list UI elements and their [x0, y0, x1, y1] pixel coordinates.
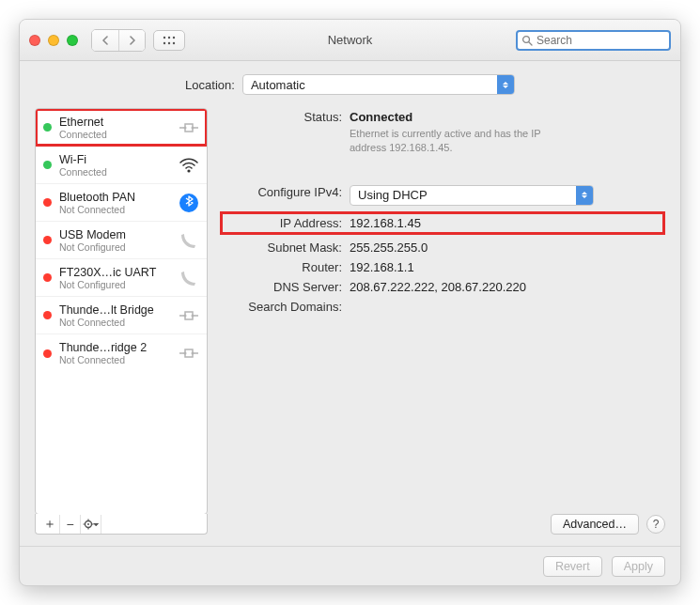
advanced-button[interactable]: Advanced…	[551, 514, 639, 535]
svg-point-8	[184, 126, 187, 129]
search-input[interactable]	[533, 34, 677, 47]
connection-list: Ethernet Connected Wi-Fi Connected	[35, 108, 208, 515]
svg-point-2	[173, 36, 175, 38]
svg-point-14	[184, 352, 187, 355]
bottom-bar: Revert Apply	[20, 546, 680, 585]
sidebar: Ethernet Connected Wi-Fi Connected	[35, 108, 208, 535]
apply-button[interactable]: Apply	[612, 556, 665, 577]
status-label: Status:	[223, 110, 350, 124]
status-dot-icon	[43, 311, 52, 319]
sidebar-item-label: Bluetooth PAN	[59, 191, 177, 204]
bluetooth-icon	[177, 191, 201, 215]
remove-service-button[interactable]: −	[60, 515, 81, 534]
svg-point-9	[192, 126, 194, 129]
wifi-icon	[177, 153, 201, 178]
phone-icon	[177, 266, 201, 290]
back-button[interactable]	[92, 30, 118, 51]
configure-ipv4-value: Using DHCP	[358, 188, 428, 202]
svg-point-0	[163, 36, 165, 38]
status-dot-icon	[43, 236, 52, 244]
sidebar-item-thunderbolt-bridge[interactable]: Thunde…lt Bridge Not Connected	[36, 297, 207, 334]
svg-point-6	[523, 36, 530, 42]
minimize-button[interactable]	[48, 35, 59, 46]
detail-pane: Status: Connected Ethernet is currently …	[223, 108, 665, 535]
search-field[interactable]	[516, 30, 671, 51]
search-domains-label: Search Domains:	[223, 300, 350, 314]
ip-address-label: IP Address:	[223, 216, 350, 230]
phone-icon	[177, 228, 201, 253]
window-controls	[29, 35, 78, 46]
ip-address-value: 192.168.1.45	[350, 216, 421, 230]
router-value: 192.168.1.1	[350, 260, 665, 274]
status-dot-icon	[43, 123, 52, 132]
location-value: Automatic	[251, 78, 305, 92]
sidebar-item-label: Thunde…lt Bridge	[59, 303, 177, 317]
sidebar-footer: ＋ −	[35, 514, 208, 535]
action-menu-button[interactable]	[81, 515, 101, 534]
sidebar-item-thunderbolt-bridge-2[interactable]: Thunde…ridge 2 Not Connected	[36, 334, 207, 372]
help-button[interactable]: ?	[646, 515, 665, 534]
revert-button[interactable]: Revert	[543, 556, 602, 577]
dns-server-label: DNS Server:	[223, 280, 350, 294]
sidebar-item-ft230x-uart[interactable]: FT230X…ic UART Not Configured	[36, 259, 207, 297]
configure-ipv4-label: Configure IPv4:	[223, 185, 350, 199]
gear-icon	[83, 519, 100, 530]
sidebar-item-status: Connected	[59, 166, 177, 178]
svg-point-3	[163, 41, 165, 43]
sidebar-item-status: Not Configured	[59, 241, 177, 253]
highlight-box: IP Address: 192.168.1.45	[220, 211, 665, 235]
dns-server-value: 208.67.222.222, 208.67.220.220	[350, 280, 665, 294]
svg-point-13	[192, 314, 194, 317]
chevron-updown-icon	[497, 75, 514, 94]
svg-point-12	[184, 314, 187, 317]
sidebar-item-bluetooth-pan[interactable]: Bluetooth PAN Not Connected	[36, 184, 207, 222]
show-all-button[interactable]	[153, 30, 185, 51]
ethernet-icon	[177, 116, 201, 140]
search-icon	[521, 35, 533, 46]
ethernet-icon	[177, 303, 201, 328]
close-button[interactable]	[29, 35, 40, 46]
location-label: Location:	[185, 78, 235, 92]
forward-button[interactable]	[118, 30, 145, 51]
svg-point-5	[173, 41, 175, 43]
configure-ipv4-select[interactable]: Using DHCP	[350, 185, 594, 206]
sidebar-item-label: Thunde…ridge 2	[59, 341, 177, 354]
status-description: Ethernet is currently active and has the…	[350, 127, 575, 155]
sidebar-item-usb-modem[interactable]: USB Modem Not Configured	[36, 222, 207, 259]
sidebar-item-status: Connected	[59, 129, 177, 140]
svg-point-15	[192, 352, 194, 355]
status-value: Connected	[350, 110, 665, 124]
sidebar-item-status: Not Connected	[59, 317, 177, 328]
svg-point-4	[168, 41, 170, 43]
nav-buttons	[91, 29, 146, 52]
network-preferences-window: Network Location: Automatic Ethernet Con…	[19, 19, 681, 586]
titlebar: Network	[20, 20, 680, 61]
svg-point-1	[168, 36, 170, 38]
location-row: Location: Automatic	[20, 61, 680, 108]
ethernet-icon	[177, 341, 201, 365]
zoom-button[interactable]	[67, 35, 78, 46]
sidebar-item-status: Not Configured	[59, 279, 177, 290]
status-dot-icon	[43, 349, 52, 358]
chevron-updown-icon	[576, 186, 593, 205]
svg-point-17	[87, 523, 89, 525]
content-area: Ethernet Connected Wi-Fi Connected	[20, 108, 680, 546]
sidebar-item-label: Ethernet	[59, 116, 177, 129]
sidebar-item-status: Not Connected	[59, 354, 177, 365]
router-label: Router:	[223, 260, 350, 274]
svg-point-10	[187, 169, 190, 172]
svg-line-7	[529, 42, 532, 45]
sidebar-item-label: USB Modem	[59, 228, 177, 241]
status-dot-icon	[43, 161, 52, 169]
sidebar-item-label: FT230X…ic UART	[59, 266, 177, 279]
location-select[interactable]: Automatic	[242, 74, 515, 95]
sidebar-item-wifi[interactable]: Wi-Fi Connected	[36, 147, 207, 184]
sidebar-item-status: Not Connected	[59, 204, 177, 215]
sidebar-item-label: Wi-Fi	[59, 153, 177, 166]
status-dot-icon	[43, 198, 52, 207]
subnet-mask-value: 255.255.255.0	[350, 240, 665, 255]
add-service-button[interactable]: ＋	[39, 515, 60, 534]
status-dot-icon	[43, 273, 52, 282]
subnet-mask-label: Subnet Mask:	[223, 240, 350, 255]
sidebar-item-ethernet[interactable]: Ethernet Connected	[36, 109, 207, 147]
